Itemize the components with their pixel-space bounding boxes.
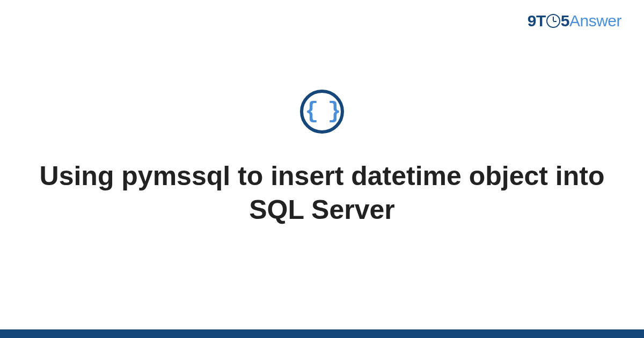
category-icon-circle: { } [300, 90, 344, 134]
site-logo: 9T5Answer [528, 12, 621, 30]
page-title: Using pymssql to insert datetime object … [0, 159, 644, 226]
logo-text-answer: Answer [569, 12, 621, 30]
clock-icon [546, 14, 560, 28]
logo-text-9t: 9T [528, 12, 546, 30]
footer-bar [0, 329, 644, 338]
braces-icon: { } [305, 100, 339, 123]
main-content: { } Using pymssql to insert datetime obj… [0, 90, 644, 226]
logo-text-5: 5 [561, 12, 569, 30]
